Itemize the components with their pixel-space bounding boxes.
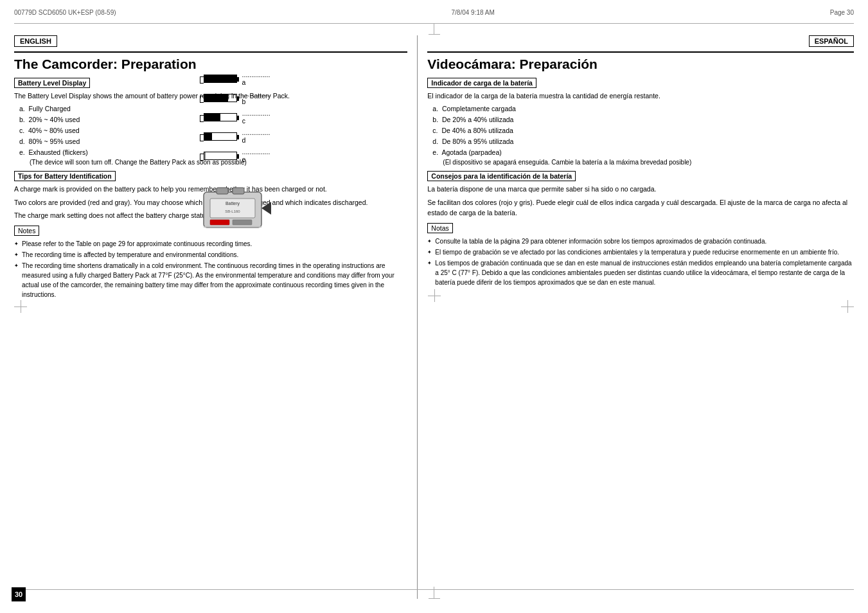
- battery-display-heading-es: Indicador de carga de la batería: [427, 78, 536, 88]
- level-b-es: b. De 20% a 40% utilizada: [432, 114, 854, 125]
- svg-rect-7: [233, 220, 252, 225]
- svg-rect-2: [233, 188, 244, 194]
- page-container: 00779D SCD6050 UK+ESP (08-59) 7/8/04 9:1…: [0, 0, 868, 613]
- batt-row-b: ............... b: [204, 90, 274, 105]
- two-col: ENGLISH The Camcorder: Preparation Batte…: [14, 35, 854, 599]
- batt-lbl-d: ............... d: [242, 129, 272, 144]
- batt-icon-e: [204, 152, 237, 160]
- batt-lbl-b: ............... b: [242, 90, 272, 105]
- crosshair-top: [429, 23, 440, 35]
- level-a-es: a. Completamente cargada: [432, 103, 854, 114]
- lang-label-en: ENGLISH: [14, 35, 57, 47]
- notes-label-en: Notes: [14, 226, 39, 236]
- es-title: Videocámara: Preparación: [427, 57, 854, 71]
- battery-levels-es: a. Completamente cargada b. De 20% a 40%…: [432, 103, 854, 167]
- battery-display-body-es: El indicador de la carga de la batería m…: [427, 91, 854, 101]
- svg-rect-6: [210, 220, 229, 225]
- exhausted-note-es: (El dispositivo se apagará enseguida. Ca…: [443, 157, 854, 167]
- svg-marker-9: [261, 202, 271, 215]
- battery-diagrams: ............... a ............... b ....…: [204, 71, 274, 242]
- batt-icon-d: [204, 132, 237, 141]
- header-strip: 00779D SCD6050 UK+ESP (08-59) 7/8/04 9:1…: [14, 9, 854, 16]
- main-layout: ENGLISH The Camcorder: Preparation Batte…: [14, 35, 854, 599]
- svg-rect-1: [217, 188, 228, 194]
- tips-heading-en: Tips for Battery Identification: [14, 171, 116, 181]
- tips-heading-es: Consejos para la identificación de la ba…: [427, 171, 576, 181]
- note-en-3: The recording time shortens dramatically…: [14, 261, 407, 299]
- batt-fill-e: [204, 152, 206, 159]
- batt-pack-illustration: Battery SB-L160: [197, 182, 274, 242]
- doc-id: 00779D SCD6050 UK+ESP (08-59): [14, 9, 116, 16]
- level-e-es: e. Agotada (parpadea): [432, 147, 854, 158]
- doc-date: 7/8/04 9:18 AM: [451, 9, 494, 16]
- batt-row-e: ............... e: [204, 148, 274, 163]
- batt-row-c: ............... c: [204, 109, 274, 125]
- es-title-divider: [427, 51, 854, 53]
- batt-fill-b: [204, 94, 228, 102]
- notes-list-en: Please refer to the Table on page 29 for…: [14, 239, 407, 299]
- batt-lbl-c: ............... c: [242, 109, 272, 125]
- page-number: 30: [12, 587, 26, 601]
- lang-badge-en: ENGLISH: [14, 35, 407, 49]
- note-es-3: Los tiempos de grabación continuada que …: [427, 258, 854, 287]
- batt-fill-d: [204, 133, 212, 140]
- en-title-divider: [14, 51, 407, 53]
- notes-list-es: Consulte la tabla de la página 29 para o…: [427, 236, 854, 287]
- batt-row-d: ............... d: [204, 129, 274, 144]
- batt-icon-a: [204, 75, 237, 83]
- lang-label-es: ESPAÑOL: [809, 35, 854, 47]
- svg-text:Battery: Battery: [226, 201, 240, 206]
- batt-row-a: ............... a: [204, 71, 274, 86]
- note-es-2: El tiempo de grabación se ve afectado po…: [427, 247, 854, 257]
- page-ref: Page 30: [830, 9, 854, 16]
- svg-text:SB-L160: SB-L160: [225, 209, 240, 213]
- col-espanol: ESPAÑOL Videocámara: Preparación Indicad…: [417, 35, 854, 599]
- crosshair-middle: [428, 289, 441, 302]
- batt-icon-c: [204, 113, 237, 121]
- note-en-2: The recording time is affected by temper…: [14, 250, 407, 260]
- level-d-es: d. De 80% a 95% utilizada: [432, 136, 854, 147]
- batt-icon-b: [204, 94, 237, 102]
- notes-label-es: Notas: [427, 223, 452, 233]
- batt-fill-a: [204, 75, 236, 82]
- batt-lbl-e: ............... e: [242, 148, 272, 163]
- lang-badge-es: ESPAÑOL: [427, 35, 854, 49]
- batt-fill-c: [204, 114, 220, 121]
- note-es-1: Consulte la tabla de la página 29 para o…: [427, 236, 854, 246]
- tips-body2-es: Se facilitan dos colores (rojo y gris). …: [427, 197, 854, 218]
- svg-rect-8: [204, 226, 261, 227]
- en-title: The Camcorder: Preparation: [14, 57, 407, 71]
- battery-display-heading-en: Battery Level Display: [14, 78, 90, 88]
- batt-pack-svg: Battery SB-L160: [197, 182, 274, 240]
- crosshair-bottom: [429, 587, 440, 599]
- tips-body1-es: La batería dispone de una marca que perm…: [427, 184, 854, 194]
- crosshair-left: [14, 300, 27, 313]
- batt-lbl-a: ............... a: [242, 71, 272, 86]
- bottom-rule: [14, 589, 854, 590]
- level-c-es: c. De 40% a 80% utilizada: [432, 125, 854, 136]
- crosshair-right: [841, 300, 854, 313]
